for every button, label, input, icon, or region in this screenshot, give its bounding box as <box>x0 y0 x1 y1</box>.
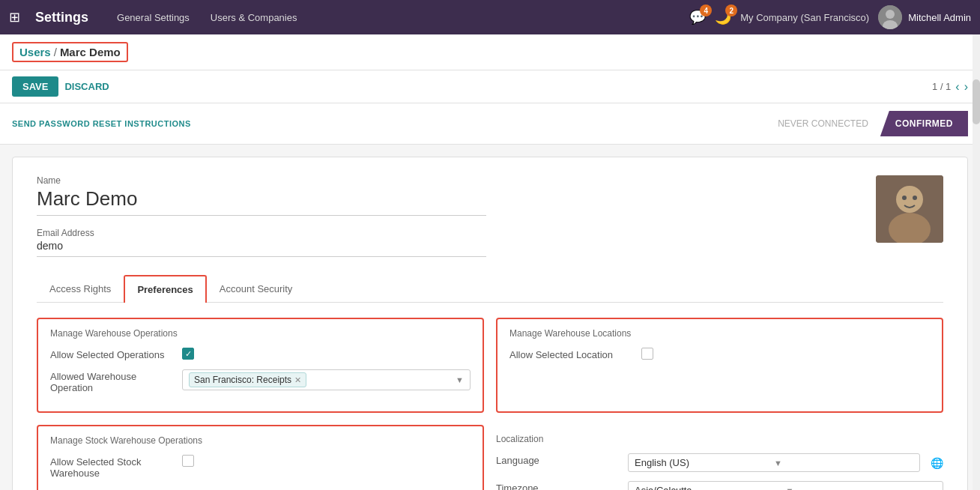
prev-page-arrow[interactable]: ‹ <box>955 80 959 94</box>
warehouse-tag-input[interactable]: San Francisco: Receipts ✕ ▼ <box>182 369 471 390</box>
password-reset-bar: SEND PASSWORD RESET INSTRUCTIONS NEVER C… <box>0 103 980 145</box>
warehouse-locations-title: Manage Warehouse Locations <box>509 328 930 339</box>
general-settings-link[interactable]: General Settings <box>112 9 194 26</box>
language-select[interactable]: English (US) ▼ <box>628 453 920 472</box>
pagination-label: 1 / 1 <box>932 81 951 92</box>
toolbar: SAVE DISCARD 1 / 1 ‹ › <box>0 70 980 103</box>
user-photo[interactable] <box>876 175 943 243</box>
form-card: Name Marc Demo Email Address demo <box>12 157 968 490</box>
name-label: Name <box>37 175 858 186</box>
localization-section: Localization Language English (US) ▼ 🌐 T <box>496 425 943 490</box>
next-page-arrow[interactable]: › <box>964 80 968 94</box>
timezone-row: Timezone Asia/Calcutta ▼ <box>496 481 943 490</box>
checkmark-icon: ✓ <box>185 349 192 359</box>
warehouse-tag-close[interactable]: ✕ <box>294 375 301 385</box>
language-select-arrow: ▼ <box>774 459 913 468</box>
user-info-section: Name Marc Demo Email Address demo <box>37 175 943 257</box>
company-name: My Company (San Francisco) <box>740 12 869 23</box>
section-grid-top: Manage Warehouse Operations Allow Select… <box>37 318 943 413</box>
allow-stock-row: Allow Selected Stock Warehouse <box>50 455 471 479</box>
allow-location-label: Allow Selected Location <box>509 348 629 360</box>
main-content: Name Marc Demo Email Address demo <box>0 145 980 490</box>
avatar <box>878 5 902 29</box>
chat-count: 4 <box>700 4 712 16</box>
allowed-warehouse-value: San Francisco: Receipts ✕ ▼ <box>182 369 471 390</box>
account-security-tab[interactable]: Account Security <box>207 275 306 303</box>
breadcrumb-current-page: Marc Demo <box>60 46 121 58</box>
top-navigation: ⊞ Settings General Settings Users & Comp… <box>0 0 980 34</box>
language-row: Language English (US) ▼ 🌐 <box>496 453 943 472</box>
svg-point-6 <box>902 196 907 200</box>
user-email-value[interactable]: demo <box>37 240 486 257</box>
users-companies-link[interactable]: Users & Companies <box>206 9 302 26</box>
timezone-value: Asia/Calcutta ▼ <box>628 481 943 490</box>
grid-icon[interactable]: ⊞ <box>9 9 20 25</box>
allow-ops-label: Allow Selected Operations <box>50 348 170 360</box>
globe-icon[interactable]: 🌐 <box>931 457 943 469</box>
warehouse-ops-title: Manage Warehouse Operations <box>50 328 471 339</box>
user-name-value[interactable]: Marc Demo <box>37 187 486 216</box>
preferences-tab[interactable]: Preferences <box>124 275 206 303</box>
confirmed-status: CONFIRMED <box>880 111 968 136</box>
breadcrumb: Users / Marc Demo <box>0 34 980 70</box>
access-rights-tab[interactable]: Access Rights <box>37 275 124 303</box>
breadcrumb-separator: / <box>54 46 57 58</box>
timezone-select-arrow: ▼ <box>786 486 937 491</box>
user-fields: Name Marc Demo Email Address demo <box>37 175 858 257</box>
pagination: 1 / 1 ‹ › <box>932 80 968 94</box>
stock-warehouse-section: Manage Stock Warehouse Operations Allow … <box>37 425 484 490</box>
language-value: English (US) ▼ 🌐 <box>628 453 943 472</box>
warehouse-locations-section: Manage Warehouse Locations Allow Selecte… <box>496 318 943 413</box>
svg-point-1 <box>886 10 895 19</box>
localization-title: Localization <box>496 434 943 444</box>
language-label: Language <box>496 453 616 466</box>
allow-ops-value: ✓ <box>182 348 471 360</box>
warehouse-tag: San Francisco: Receipts ✕ <box>189 372 306 387</box>
allow-ops-row: Allow Selected Operations ✓ <box>50 348 471 360</box>
language-select-value: English (US) <box>635 457 774 468</box>
breadcrumb-box: Users / Marc Demo <box>12 42 128 62</box>
allowed-warehouse-label: Allowed Warehouse Operation <box>50 369 170 393</box>
discard-button[interactable]: DISCARD <box>64 81 109 92</box>
scrollbar-thumb[interactable] <box>973 79 980 124</box>
email-label: Email Address <box>37 228 858 238</box>
allow-stock-label: Allow Selected Stock Warehouse <box>50 455 170 479</box>
section-grid-bottom: Manage Stock Warehouse Operations Allow … <box>37 425 943 490</box>
scrollbar[interactable] <box>973 34 980 490</box>
stock-warehouse-title: Manage Stock Warehouse Operations <box>50 435 471 446</box>
warehouse-tag-label: San Francisco: Receipts <box>194 375 291 385</box>
send-reset-link[interactable]: SEND PASSWORD RESET INSTRUCTIONS <box>12 119 191 128</box>
breadcrumb-users-link[interactable]: Users <box>19 46 51 58</box>
user-photo-placeholder <box>876 175 943 243</box>
allow-location-checkbox[interactable] <box>641 348 653 360</box>
allow-location-row: Allow Selected Location <box>509 348 930 360</box>
tag-input-arrow[interactable]: ▼ <box>456 375 464 384</box>
timezone-select[interactable]: Asia/Calcutta ▼ <box>628 481 943 490</box>
user-name: Mitchell Admin <box>908 12 971 23</box>
timezone-label: Timezone <box>496 481 616 490</box>
save-button[interactable]: SAVE <box>12 76 58 97</box>
warehouse-ops-section: Manage Warehouse Operations Allow Select… <box>37 318 484 413</box>
brand-logo: Settings <box>35 10 88 25</box>
svg-point-7 <box>913 196 917 200</box>
allow-stock-checkbox[interactable] <box>182 455 194 467</box>
user-menu[interactable]: Mitchell Admin <box>878 5 971 29</box>
tab-content-preferences: Manage Warehouse Operations Allow Select… <box>37 303 943 490</box>
allow-ops-checkbox[interactable]: ✓ <box>182 348 194 360</box>
activity-notification[interactable]: 🌙 2 <box>715 9 731 25</box>
timezone-select-value: Asia/Calcutta <box>635 485 786 490</box>
chat-notification[interactable]: 💬 4 <box>689 9 706 25</box>
activity-count: 2 <box>725 4 737 16</box>
allow-location-value <box>641 348 930 360</box>
tabs: Access Rights Preferences Account Securi… <box>37 275 943 303</box>
allowed-warehouse-row: Allowed Warehouse Operation San Francisc… <box>50 369 471 393</box>
never-connected-status: NEVER CONNECTED <box>766 111 880 136</box>
allow-stock-value <box>182 455 471 467</box>
svg-point-4 <box>896 186 923 213</box>
